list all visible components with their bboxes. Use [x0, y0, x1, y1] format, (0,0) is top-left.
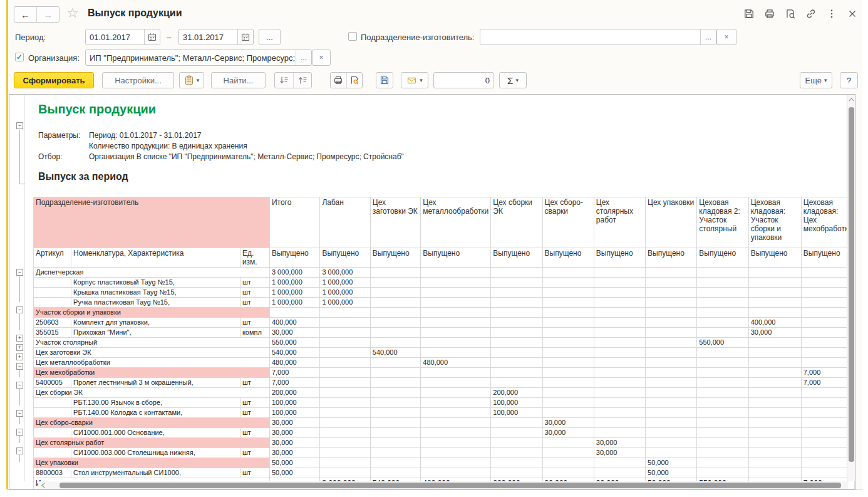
value-cell[interactable] [594, 418, 645, 428]
artikul-cell[interactable]: 355015 [34, 328, 71, 338]
value-cell[interactable] [646, 418, 697, 428]
artikul-cell[interactable]: 8800003 [34, 468, 71, 478]
value-cell[interactable] [542, 368, 594, 378]
value-cell[interactable] [697, 448, 748, 458]
group-name-cell[interactable]: Цех мехобработки [34, 368, 270, 378]
value-cell[interactable] [646, 398, 697, 408]
save-result-button[interactable] [376, 72, 393, 88]
unit-cell[interactable]: шт [240, 468, 269, 478]
row-expander[interactable]: − [16, 447, 23, 454]
value-cell[interactable] [748, 348, 801, 358]
value-cell[interactable]: 50,000 [269, 468, 319, 478]
value-cell[interactable] [320, 308, 370, 318]
value-cell[interactable] [697, 468, 748, 478]
value-cell[interactable] [421, 318, 491, 328]
value-cell[interactable] [542, 278, 594, 288]
value-cell[interactable] [594, 308, 645, 318]
vertical-scrollbar[interactable] [847, 95, 855, 481]
value-cell[interactable] [421, 398, 491, 408]
department-value[interactable] [480, 29, 700, 44]
expand-groups-icon[interactable] [275, 73, 294, 88]
artikul-cell[interactable]: 250603 [34, 318, 71, 328]
value-cell[interactable] [748, 358, 801, 368]
value-cell[interactable] [594, 468, 645, 478]
value-cell[interactable]: 3 000,000 [320, 268, 370, 278]
value-cell[interactable]: 1 000,000 [269, 298, 319, 308]
value-cell[interactable] [646, 278, 697, 288]
autosum-button[interactable]: Σ ▾ [499, 72, 527, 88]
value-cell[interactable] [542, 378, 594, 388]
artikul-cell[interactable] [34, 448, 71, 458]
value-cell[interactable]: 50,000 [646, 468, 697, 478]
value-cell[interactable] [594, 408, 645, 418]
value-cell[interactable] [646, 298, 697, 308]
row-expander[interactable]: − [16, 269, 23, 276]
value-cell[interactable] [421, 428, 491, 438]
value-cell[interactable] [421, 448, 491, 458]
value-cell[interactable]: 50,000 [646, 458, 697, 468]
value-cell[interactable] [421, 458, 491, 468]
value-cell[interactable] [748, 278, 801, 288]
row-expander[interactable]: + [16, 344, 23, 351]
value-cell[interactable] [697, 358, 748, 368]
value-cell[interactable]: 100,000 [491, 398, 542, 408]
nomenclature-cell[interactable]: РБТ.140.00 Колодка с контактами, [71, 408, 240, 418]
value-cell[interactable] [491, 378, 542, 388]
group-name-cell[interactable]: Цех металлообработки [34, 358, 270, 368]
value-cell[interactable] [320, 448, 370, 458]
value-cell[interactable] [320, 318, 370, 328]
nomenclature-cell[interactable]: Пролет лестничный 3 м окрашенный, [71, 378, 240, 388]
value-cell[interactable] [491, 458, 542, 468]
value-cell[interactable]: 400,000 [269, 318, 319, 328]
value-cell[interactable]: 30,000 [594, 438, 645, 448]
value-cell[interactable]: 100,000 [269, 408, 319, 418]
value-cell[interactable] [370, 298, 420, 308]
value-cell[interactable] [491, 308, 542, 318]
value-cell[interactable] [370, 398, 420, 408]
value-cell[interactable] [748, 268, 801, 278]
value-cell[interactable] [370, 388, 420, 398]
value-cell[interactable] [697, 308, 748, 318]
value-cell[interactable] [748, 438, 801, 448]
value-cell[interactable] [748, 408, 801, 418]
value-cell[interactable] [370, 308, 420, 318]
preview-icon[interactable] [785, 8, 796, 19]
value-cell[interactable] [697, 458, 748, 468]
period-to-value[interactable]: 31.01.2017 [179, 29, 237, 44]
value-cell[interactable]: 480,000 [269, 358, 319, 368]
value-cell[interactable] [594, 428, 645, 438]
artikul-cell[interactable] [34, 428, 71, 438]
report-variants-button[interactable]: ▾ [179, 72, 204, 88]
value-cell[interactable] [491, 268, 542, 278]
value-cell[interactable] [646, 448, 697, 458]
value-cell[interactable] [421, 288, 491, 298]
value-cell[interactable] [594, 298, 645, 308]
value-cell[interactable] [697, 408, 748, 418]
value-cell[interactable] [646, 358, 697, 368]
value-cell[interactable] [370, 428, 420, 438]
value-cell[interactable] [697, 328, 748, 338]
value-cell[interactable] [370, 408, 420, 418]
value-cell[interactable] [320, 348, 370, 358]
value-cell[interactable] [370, 358, 420, 368]
unit-cell[interactable]: шт [240, 288, 269, 298]
unit-cell[interactable]: шт [240, 298, 269, 308]
row-expander[interactable]: + [16, 353, 23, 360]
value-cell[interactable]: 7,000 [269, 368, 319, 378]
nomenclature-cell[interactable]: РБТ.130.00 Язычок в сборе, [71, 398, 240, 408]
group-name-cell[interactable]: Цех столярных работ [34, 438, 270, 448]
nomenclature-cell[interactable]: Стол инструментальный СИ1000, [71, 468, 240, 478]
value-cell[interactable] [320, 438, 370, 448]
value-cell[interactable] [370, 328, 420, 338]
value-cell[interactable]: 1 000,000 [320, 298, 370, 308]
row-expander[interactable]: + [16, 335, 23, 342]
value-cell[interactable] [370, 368, 420, 378]
nomenclature-cell[interactable]: СИ1000.001.000 Основание, [71, 428, 240, 438]
value-cell[interactable] [594, 288, 645, 298]
value-cell[interactable] [491, 298, 542, 308]
row-expander[interactable]: − [16, 382, 23, 389]
value-cell[interactable] [594, 268, 645, 278]
period-from-value[interactable]: 01.01.2017 [86, 29, 144, 44]
value-cell[interactable] [542, 298, 594, 308]
department-more-button[interactable]: ... [700, 29, 716, 44]
